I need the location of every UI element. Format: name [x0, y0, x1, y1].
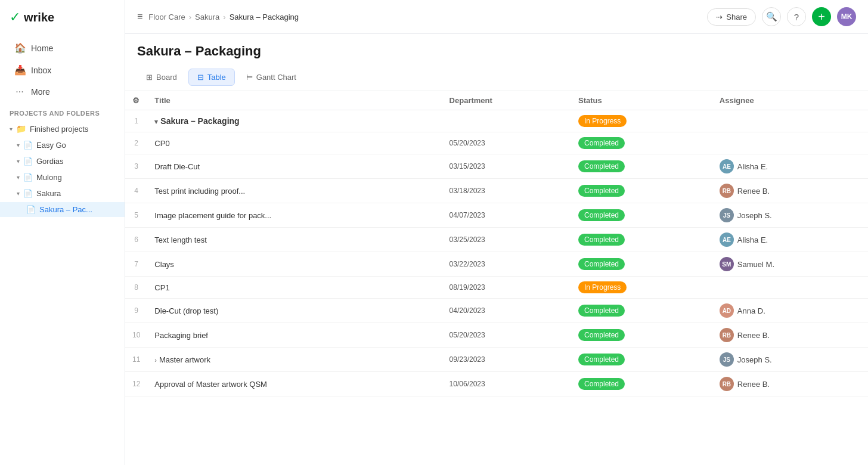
assignee-cell: ADAnna D.: [712, 299, 868, 323]
chevron-down-icon: ▾: [17, 174, 20, 181]
task-name-cell[interactable]: Test print including proof...: [147, 179, 442, 203]
sidebar-item-gordias[interactable]: ▾ 📄 Gordias: [0, 154, 125, 169]
task-name: Die-Cut (drop test): [154, 306, 218, 315]
sidebar-item-sakura[interactable]: ▾ 📄 Sakura: [0, 186, 125, 201]
tab-table[interactable]: ⊟ Table: [188, 69, 235, 86]
assignee: SMSamuel M.: [720, 257, 861, 271]
task-name: CP0: [154, 139, 169, 148]
assignee-avatar: RB: [720, 377, 734, 391]
assignee-name: Renee B.: [737, 187, 770, 196]
assignee-cell: JSJoseph S.: [712, 348, 868, 372]
projects-section-title: Projects and folders: [0, 103, 125, 120]
table-row[interactable]: 9Die-Cut (drop test)04/20/2023CompletedA…: [125, 299, 868, 323]
table-row[interactable]: 10Packaging brief05/20/2023CompletedRBRe…: [125, 323, 868, 348]
status-cell: Completed: [571, 252, 712, 277]
task-name-cell[interactable]: Text length test: [147, 228, 442, 252]
status-badge: In Progress: [578, 281, 627, 293]
task-name-cell[interactable]: CP0: [147, 132, 442, 154]
department-cell: 05/20/2023: [442, 132, 571, 154]
table-row[interactable]: 12Approval of Master artwork QSM10/06/20…: [125, 372, 868, 396]
chevron-down-icon: ▾: [17, 158, 20, 165]
status-cell: Completed: [571, 299, 712, 323]
share-button[interactable]: ⇢ Share: [707, 8, 756, 26]
task-table: ⚙ Title Department Status Assignee 1▾Sak…: [125, 91, 868, 396]
table-row[interactable]: 2CP005/20/2023Completed: [125, 132, 868, 154]
task-name-cell[interactable]: ▾Sakura – Packaging: [147, 110, 442, 132]
assignee: JSJoseph S.: [720, 352, 861, 367]
assignee-cell: SMSamuel M.: [712, 252, 868, 277]
task-name-cell[interactable]: Image placement guide for pack...: [147, 203, 442, 228]
row-number: 7: [125, 252, 147, 277]
row-number: 6: [125, 228, 147, 252]
department-cell: 04/20/2023: [442, 299, 571, 323]
settings-header[interactable]: ⚙: [125, 91, 147, 110]
department-cell: 03/22/2023: [442, 252, 571, 277]
assignee-header: Assignee: [712, 91, 868, 110]
table-row[interactable]: 6Text length test03/25/2023CompletedAEAl…: [125, 228, 868, 252]
sidebar-item-home-label: Home: [31, 44, 53, 53]
assignee-cell: JSJoseph S.: [712, 203, 868, 228]
table-row[interactable]: 8CP108/19/2023In Progress: [125, 277, 868, 299]
assignee-name: Samuel M.: [737, 260, 774, 269]
assignee-avatar: JS: [720, 208, 734, 222]
assignee: RBRenee B.: [720, 377, 861, 391]
row-number: 4: [125, 179, 147, 203]
department-cell: [442, 110, 571, 132]
table-row[interactable]: 7Clays03/22/2023CompletedSMSamuel M.: [125, 252, 868, 277]
task-name-cell[interactable]: Clays: [147, 252, 442, 277]
assignee: JSJoseph S.: [720, 208, 861, 222]
table-header-row: ⚙ Title Department Status Assignee: [125, 91, 868, 110]
sidebar-item-easy-go[interactable]: ▾ 📄 Easy Go: [0, 138, 125, 153]
tab-board[interactable]: ⊞ Board: [137, 69, 186, 86]
table-container: ⚙ Title Department Status Assignee 1▾Sak…: [125, 91, 868, 465]
inbox-icon: 📥: [14, 64, 25, 76]
assignee-cell: [712, 277, 868, 299]
task-name-cell[interactable]: CP1: [147, 277, 442, 299]
sidebar-item-sakura-pac[interactable]: 📄 Sakura – Pac...: [0, 202, 125, 217]
view-tabs: ⊞ Board ⊟ Table ⊨ Gantt Chart: [125, 64, 868, 91]
sidebar-item-home[interactable]: 🏠 Home: [5, 38, 120, 58]
assignee-avatar: SM: [720, 257, 734, 271]
table-row[interactable]: 3Draft Die-Cut03/15/2023CompletedAEAlish…: [125, 154, 868, 179]
status-badge: Completed: [578, 160, 625, 172]
table-row[interactable]: 4Test print including proof...03/18/2023…: [125, 179, 868, 203]
logo[interactable]: ✓ wrike: [0, 10, 125, 37]
status-badge: Completed: [578, 258, 625, 270]
task-name-cell[interactable]: Approval of Master artwork QSM: [147, 372, 442, 396]
breadcrumb-sep-1: ›: [189, 13, 191, 21]
user-avatar[interactable]: MK: [837, 7, 856, 26]
title-header: Title: [147, 91, 442, 110]
task-name-cell[interactable]: Packaging brief: [147, 323, 442, 348]
assignee-name: Alisha E.: [737, 162, 768, 171]
task-name-cell[interactable]: ›Master artwork: [147, 348, 442, 372]
row-number: 11: [125, 348, 147, 372]
table-row[interactable]: 1▾Sakura – PackagingIn Progress: [125, 110, 868, 132]
sidebar-item-mulong[interactable]: ▾ 📄 Mulong: [0, 170, 125, 185]
department-cell: 10/06/2023: [442, 372, 571, 396]
status-badge: Completed: [578, 185, 625, 197]
assignee-cell: AEAlisha E.: [712, 154, 868, 179]
hamburger-menu[interactable]: ≡: [137, 11, 142, 22]
help-button[interactable]: ?: [787, 7, 806, 26]
sidebar-item-finished-projects[interactable]: ▾ 📁 Finished projects: [0, 121, 125, 137]
task-name-cell[interactable]: Draft Die-Cut: [147, 154, 442, 179]
add-button[interactable]: +: [812, 7, 831, 26]
status-badge: Completed: [578, 378, 625, 390]
breadcrumb-floor-care[interactable]: Floor Care: [148, 13, 185, 21]
tab-table-label: Table: [207, 73, 226, 82]
breadcrumb-sakura[interactable]: Sakura: [195, 13, 219, 21]
topbar: ≡ Floor Care › Sakura › Sakura – Packagi…: [125, 0, 868, 34]
table-row[interactable]: 5Image placement guide for pack...04/07/…: [125, 203, 868, 228]
row-number: 9: [125, 299, 147, 323]
sidebar-item-more[interactable]: ··· More: [5, 82, 120, 102]
task-name-cell[interactable]: Die-Cut (drop test): [147, 299, 442, 323]
status-cell: Completed: [571, 154, 712, 179]
department-header: Department: [442, 91, 571, 110]
row-number: 3: [125, 154, 147, 179]
status-cell: In Progress: [571, 110, 712, 132]
sidebar-item-inbox[interactable]: 📥 Inbox: [5, 60, 120, 80]
table-row[interactable]: 11›Master artwork09/23/2023CompletedJSJo…: [125, 348, 868, 372]
search-button[interactable]: 🔍: [762, 7, 781, 26]
tab-gantt[interactable]: ⊨ Gantt Chart: [237, 69, 305, 86]
assignee-avatar: AD: [720, 303, 734, 318]
